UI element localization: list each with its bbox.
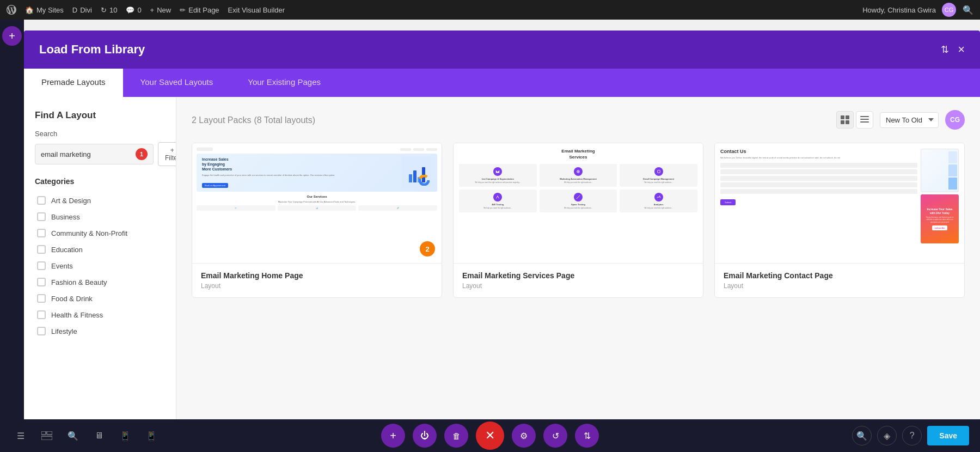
- help-button[interactable]: ?: [902, 426, 922, 445]
- search-label: Search: [35, 130, 165, 138]
- category-events[interactable]: Events: [35, 258, 165, 274]
- tab-existing-pages[interactable]: Your Existing Pages: [230, 69, 338, 97]
- plus-icon: +: [150, 6, 155, 14]
- settings-button[interactable]: ⚙: [512, 424, 536, 448]
- edit-page-link[interactable]: ✏ Edit Page: [180, 6, 219, 14]
- divi-icon: D: [72, 6, 77, 14]
- card-contact-preview: Contact Us We believe you Deliver beauti…: [715, 143, 964, 263]
- load-from-library-modal: Load From Library ⇅ × Premade Layouts Yo…: [24, 30, 980, 428]
- list-view-button[interactable]: [856, 111, 873, 129]
- delete-button[interactable]: 🗑: [444, 424, 468, 448]
- svg-rect-0: [841, 115, 844, 119]
- search-input-wrap: 1: [35, 144, 154, 164]
- toolbar-center: + ⏻ 🗑 ✕ ⚙ ↺ ⇅: [381, 422, 599, 450]
- cat-checkbox-health: [37, 310, 46, 319]
- new-menu[interactable]: + New: [150, 6, 171, 14]
- tab-premade-layouts[interactable]: Premade Layouts: [24, 69, 123, 97]
- category-fashion[interactable]: Fashion & Beauty: [35, 274, 165, 290]
- exit-builder-link[interactable]: Exit Visual Builder: [228, 6, 285, 14]
- house-icon: 🏠: [25, 6, 34, 14]
- toolbar-left: ☰ 🔍 🖥 📱 📱: [11, 426, 161, 445]
- card-home-preview: Increase Salesby EngagingMore Customers …: [192, 143, 442, 263]
- card-contact-name: Email Marketing Contact Page: [724, 271, 955, 280]
- add-section-button[interactable]: +: [381, 424, 405, 448]
- category-business[interactable]: Business: [35, 209, 165, 225]
- svg-rect-6: [860, 121, 869, 123]
- category-art-design[interactable]: Art & Design: [35, 192, 165, 209]
- comments-menu[interactable]: 💬 0: [126, 6, 141, 14]
- card-home-name: Email Marketing Home Page: [201, 271, 433, 280]
- desktop-view-button[interactable]: 🖥: [89, 426, 109, 445]
- search-layout-button[interactable]: 🔍: [63, 426, 83, 445]
- svg-rect-1: [846, 115, 849, 119]
- cat-checkbox-community: [37, 229, 46, 237]
- view-toggle: [836, 111, 873, 129]
- cat-checkbox-business: [37, 212, 46, 221]
- layers-button[interactable]: ◈: [877, 426, 897, 445]
- wireframe-view-button[interactable]: [37, 426, 57, 445]
- comments-icon: 💬: [126, 6, 134, 14]
- updates-menu[interactable]: ↻ 10: [101, 6, 117, 14]
- tablet-view-button[interactable]: 📱: [115, 426, 135, 445]
- toolbar-right: 🔍 ◈ ? Save: [852, 426, 969, 445]
- cat-checkbox-food: [37, 294, 46, 303]
- hamburger-menu-button[interactable]: ☰: [11, 426, 30, 445]
- cat-checkbox-events: [37, 261, 46, 270]
- card-services-page[interactable]: Email Marketing Services List Campaign &…: [453, 143, 703, 298]
- filter-button[interactable]: + Filter: [158, 142, 176, 166]
- card-services-type: Layout: [462, 282, 694, 290]
- my-sites-menu[interactable]: 🏠 My Sites: [25, 6, 64, 14]
- card-services-info: Email Marketing Services Page Layout: [454, 263, 703, 297]
- wp-logo-link[interactable]: [7, 5, 16, 15]
- search-row: 1 + Filter: [35, 142, 165, 166]
- modal-header: Load From Library ⇅ ×: [24, 30, 980, 69]
- svg-rect-5: [860, 119, 869, 120]
- search-button-right[interactable]: 🔍: [852, 426, 872, 445]
- card-home-type: Layout: [201, 282, 433, 290]
- updates-icon: ↻: [101, 6, 107, 14]
- add-module-button[interactable]: +: [2, 26, 22, 46]
- search-input[interactable]: [41, 150, 132, 158]
- left-sidebar: +: [0, 20, 24, 452]
- category-food[interactable]: Food & Drink: [35, 290, 165, 307]
- cat-checkbox-art: [37, 196, 46, 205]
- category-education[interactable]: Education: [35, 241, 165, 258]
- card-contact-type: Layout: [724, 282, 955, 290]
- adjust-icon[interactable]: ⇅: [941, 44, 949, 56]
- category-health[interactable]: Health & Fitness: [35, 307, 165, 323]
- modal-header-actions: ⇅ ×: [941, 42, 965, 57]
- card-services-name: Email Marketing Services Page: [462, 271, 694, 280]
- grid-view-button[interactable]: [836, 111, 854, 129]
- tab-saved-layouts[interactable]: Your Saved Layouts: [123, 69, 231, 97]
- divi-menu[interactable]: D Divi: [72, 6, 92, 14]
- modal-body: Find A Layout Search 1 + Filter Categori…: [24, 97, 980, 428]
- cat-checkbox-education: [37, 245, 46, 254]
- user-avatar-filter[interactable]: CG: [945, 110, 965, 130]
- card-contact-page[interactable]: Contact Us We believe you Deliver beauti…: [714, 143, 965, 298]
- header-right: New To Old Old To New A to Z Z to A CG: [836, 110, 965, 130]
- category-lifestyle[interactable]: Lifestyle: [35, 323, 165, 339]
- sort-select[interactable]: New To Old Old To New A to Z Z to A: [880, 112, 939, 128]
- mobile-view-button[interactable]: 📱: [142, 426, 161, 445]
- wp-admin-bar: 🏠 My Sites D Divi ↻ 10 💬 0 + New ✏ Edit …: [0, 0, 980, 20]
- user-avatar: CG: [942, 3, 956, 17]
- close-builder-button[interactable]: ✕: [476, 422, 504, 450]
- layout-button[interactable]: ⇅: [575, 424, 599, 448]
- modal-title: Load From Library: [39, 42, 145, 57]
- close-modal-button[interactable]: ×: [958, 42, 965, 57]
- power-button[interactable]: ⏻: [413, 424, 437, 448]
- svg-rect-3: [846, 120, 849, 124]
- cat-checkbox-fashion: [37, 278, 46, 286]
- card-home-info: Email Marketing Home Page Layout: [192, 263, 442, 297]
- search-icon[interactable]: 🔍: [963, 5, 973, 15]
- history-button[interactable]: ↺: [543, 424, 567, 448]
- category-community[interactable]: Community & Non-Profit: [35, 225, 165, 241]
- filter-panel-title: Find A Layout: [35, 110, 165, 121]
- user-greeting[interactable]: Howdy, Christina Gwira CG: [862, 3, 956, 17]
- bottom-toolbar: ☰ 🔍 🖥 📱 📱 + ⏻ 🗑 ✕ ⚙ ↺ ⇅ 🔍 ◈ ? Save: [0, 419, 980, 452]
- save-button[interactable]: Save: [927, 426, 969, 445]
- svg-rect-12: [47, 431, 52, 435]
- card-home-page[interactable]: Increase Salesby EngagingMore Customers …: [192, 143, 442, 298]
- layout-packs-title: 2 Layout Packs (8 Total layouts): [192, 114, 315, 126]
- content-panel: 2 Layout Packs (8 Total layouts): [176, 97, 980, 428]
